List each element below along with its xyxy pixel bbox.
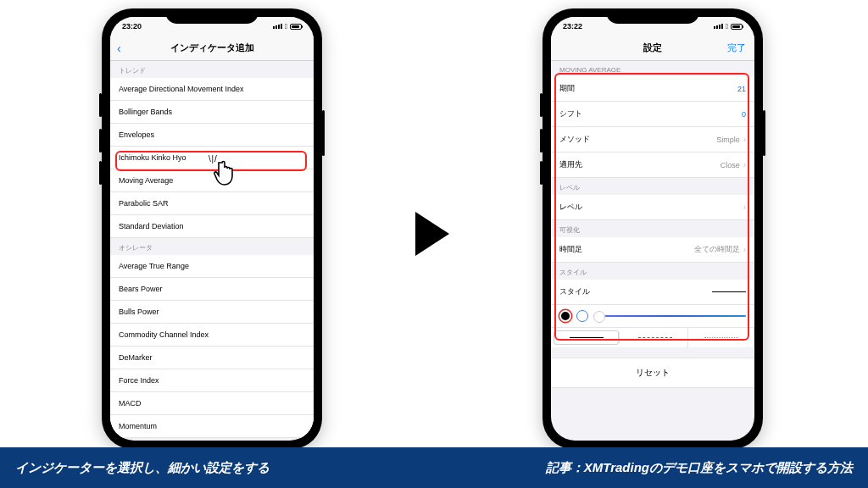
screen-right: 23:22 􀙇 設定 完了 MOVING AVERAGE 期間 21 シフト 0 <box>551 17 754 441</box>
indicator-row-force[interactable]: Force Index <box>110 369 314 392</box>
nav-title: インディケータ追加 <box>170 42 254 54</box>
color-swatch-selected[interactable] <box>559 310 571 322</box>
row-method[interactable]: メソッド Simple› <box>551 127 754 152</box>
indicator-row-moving-average[interactable]: Moving Average <box>110 169 314 192</box>
done-button[interactable]: 完了 <box>727 42 746 54</box>
indicator-row-bollinger[interactable]: Bollinger Bands <box>110 101 314 124</box>
wifi-icon: 􀙇 <box>285 22 287 30</box>
signal-icon <box>714 24 723 29</box>
indicator-row-cci[interactable]: Commodity Channel Index <box>110 324 314 347</box>
line-style-segmented[interactable] <box>551 327 754 347</box>
row-levels[interactable]: レベル › <box>551 195 754 220</box>
section-header-viz: 可視化 <box>551 220 754 237</box>
line-style-dashed[interactable] <box>622 328 688 347</box>
row-timeframe[interactable]: 時間足 全ての時間足› <box>551 237 754 263</box>
chevron-right-icon: › <box>743 135 746 144</box>
section-header-levels: レベル <box>551 178 754 195</box>
row-style[interactable]: スタイル <box>551 280 754 305</box>
status-icons: 􀙇 <box>714 22 743 30</box>
row-apply[interactable]: 適用先 Close› <box>551 152 754 178</box>
indicator-row-envelopes[interactable]: Envelopes <box>110 124 314 147</box>
chevron-right-icon: › <box>743 202 746 212</box>
wifi-icon: 􀙇 <box>726 22 728 30</box>
status-icons: 􀙇 <box>273 22 302 30</box>
chevron-right-icon: › <box>743 160 746 169</box>
section-header-ma: MOVING AVERAGE <box>551 61 754 76</box>
indicator-row-adx[interactable]: Average Directional Movement Index <box>110 78 314 101</box>
indicator-row-demarker[interactable]: DeMarker <box>110 347 314 369</box>
status-time: 23:20 <box>122 22 142 30</box>
footer-left-text: インジケーターを選択し、細かい設定をする <box>15 460 270 476</box>
signal-icon <box>273 24 282 29</box>
indicator-row-parabolic[interactable]: Parabolic SAR <box>110 192 314 215</box>
nav-bar: 設定 完了 <box>551 36 754 61</box>
row-shift[interactable]: シフト 0 <box>551 102 754 127</box>
screen-left: 23:20 􀙇 ‹ インディケータ追加 トレンド Average Directi… <box>110 17 314 441</box>
indicator-row-stddev[interactable]: Standard Deviation <box>110 215 314 238</box>
color-swatch[interactable] <box>576 310 588 322</box>
phone-right: 23:22 􀙇 設定 完了 MOVING AVERAGE 期間 21 シフト 0 <box>542 8 763 449</box>
footer-right-text: 記事：XMTradingのデモ口座をスマホで開設する方法 <box>546 460 853 476</box>
back-button[interactable]: ‹ <box>117 42 121 55</box>
indicator-row-momentum[interactable]: Momentum <box>110 415 314 438</box>
notch <box>606 8 699 24</box>
indicator-row-bears[interactable]: Bears Power <box>110 278 314 301</box>
row-period[interactable]: 期間 21 <box>551 76 754 102</box>
line-style-dotted[interactable] <box>688 328 754 347</box>
indicator-row-ichimoku[interactable]: Ichimoku Kinko Hyo <box>110 147 314 169</box>
chevron-right-icon: › <box>743 245 746 254</box>
section-header-oscillator: オシレータ <box>110 238 314 255</box>
section-header-style: スタイル <box>551 263 754 280</box>
style-preview-line <box>712 291 746 292</box>
nav-title: 設定 <box>643 42 662 54</box>
thickness-slider[interactable] <box>593 315 746 317</box>
status-time: 23:22 <box>563 22 582 30</box>
battery-icon <box>731 24 743 30</box>
indicator-row-atr[interactable]: Average True Range <box>110 255 314 278</box>
nav-bar: ‹ インディケータ追加 <box>110 36 314 61</box>
indicator-row-bulls[interactable]: Bulls Power <box>110 301 314 324</box>
notch <box>165 8 259 24</box>
style-picker <box>551 305 754 327</box>
phone-left: 23:20 􀙇 ‹ インディケータ追加 トレンド Average Directi… <box>102 8 322 449</box>
indicator-row-macd[interactable]: MACD <box>110 392 314 415</box>
footer-banner: インジケーターを選択し、細かい設定をする 記事：XMTradingのデモ口座をス… <box>0 447 868 488</box>
reset-button[interactable]: リセット <box>551 358 754 388</box>
section-header-trend: トレンド <box>110 61 314 78</box>
line-style-solid[interactable] <box>554 330 620 345</box>
arrow-icon <box>415 212 449 256</box>
battery-icon <box>290 24 302 30</box>
